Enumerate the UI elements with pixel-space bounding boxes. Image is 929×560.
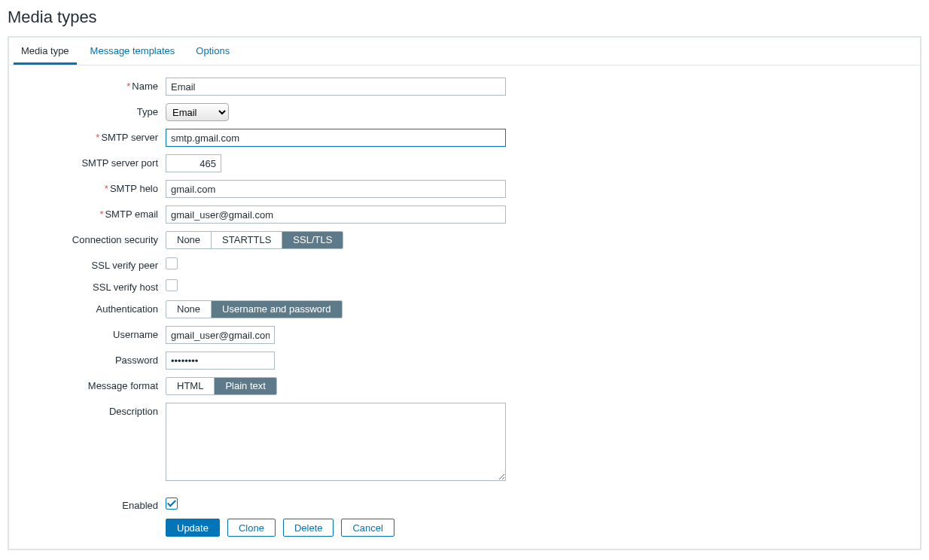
label-smtp-server: *SMTP server [17, 129, 166, 143]
enabled-checkbox[interactable] [166, 498, 178, 510]
cancel-button[interactable]: Cancel [341, 519, 394, 537]
label-description: Description [17, 403, 166, 417]
smtp-helo-input[interactable] [166, 180, 506, 198]
authentication-group: None Username and password [166, 300, 343, 318]
ssl-verify-host-checkbox[interactable] [166, 279, 178, 291]
conn-sec-ssltls[interactable]: SSL/TLS [282, 232, 343, 248]
type-select[interactable]: Email [166, 103, 229, 121]
msgfmt-plain[interactable]: Plain text [215, 378, 276, 394]
label-smtp-port: SMTP server port [17, 154, 166, 169]
auth-userpass[interactable]: Username and password [212, 301, 342, 318]
media-type-form: *Name Type Email *SMTP server SMTP serve… [9, 65, 920, 549]
delete-button[interactable]: Delete [283, 519, 334, 537]
media-type-panel: Media type Message templates Options *Na… [8, 36, 921, 550]
label-type: Type [17, 103, 166, 117]
label-password: Password [17, 352, 166, 366]
label-smtp-helo: *SMTP helo [17, 180, 166, 194]
description-textarea[interactable] [166, 403, 506, 481]
message-format-group: HTML Plain text [166, 377, 277, 395]
page-title: Media types [8, 8, 921, 27]
tabs: Media type Message templates Options [9, 38, 920, 65]
label-username: Username [17, 326, 166, 340]
label-connection-security: Connection security [17, 231, 166, 245]
tab-options[interactable]: Options [188, 38, 237, 65]
label-name: *Name [17, 78, 166, 92]
clone-button[interactable]: Clone [227, 519, 276, 537]
smtp-email-input[interactable] [166, 205, 506, 224]
connection-security-group: None STARTTLS SSL/TLS [166, 231, 343, 249]
ssl-verify-peer-checkbox[interactable] [166, 257, 178, 269]
name-input[interactable] [166, 78, 506, 96]
tab-message-templates[interactable]: Message templates [83, 38, 183, 65]
tab-media-type[interactable]: Media type [14, 38, 77, 65]
label-smtp-email: *SMTP email [17, 205, 166, 220]
msgfmt-html[interactable]: HTML [166, 378, 215, 394]
auth-none[interactable]: None [166, 301, 212, 318]
password-input[interactable] [166, 352, 275, 370]
smtp-port-input[interactable] [166, 154, 221, 172]
update-button[interactable]: Update [166, 519, 220, 537]
label-message-format: Message format [17, 377, 166, 391]
button-row: Update Clone Delete Cancel [166, 519, 912, 537]
label-authentication: Authentication [17, 300, 166, 315]
smtp-server-input[interactable] [166, 129, 506, 147]
conn-sec-starttls[interactable]: STARTTLS [212, 232, 282, 248]
conn-sec-none[interactable]: None [166, 232, 212, 248]
username-input[interactable] [166, 326, 275, 344]
label-ssl-verify-peer: SSL verify peer [17, 257, 166, 271]
label-ssl-verify-host: SSL verify host [17, 278, 166, 293]
label-enabled: Enabled [17, 497, 166, 511]
